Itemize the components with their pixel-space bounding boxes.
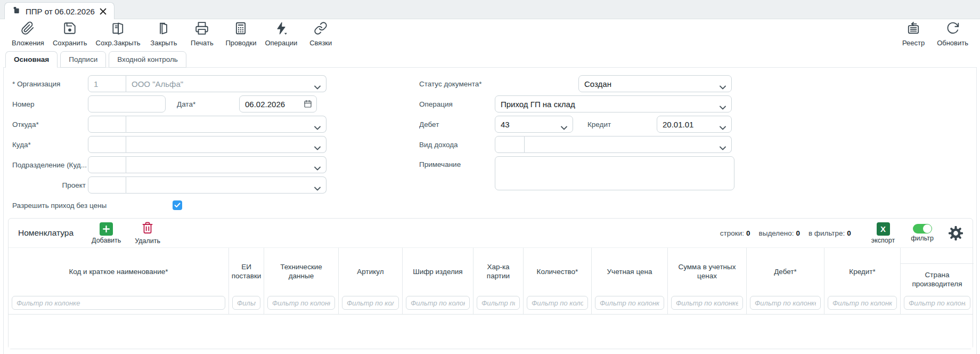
note-textarea[interactable] bbox=[495, 156, 734, 190]
column-filter-input[interactable] bbox=[12, 296, 225, 310]
organization-code-field[interactable]: 1 bbox=[88, 75, 126, 92]
column-header-4[interactable]: Артикул bbox=[339, 248, 403, 314]
toolbar-item-label: Проводки bbox=[225, 39, 256, 47]
from-select[interactable] bbox=[126, 116, 326, 133]
document-tab[interactable]: ППР от 06.02.2026 bbox=[4, 2, 115, 20]
toolbar-item-label: Печать bbox=[191, 39, 214, 47]
save-icon bbox=[63, 21, 77, 37]
note-row: Примечание bbox=[419, 156, 739, 190]
add-row-label: Добавить bbox=[92, 237, 121, 244]
allow-no-price-row: Разрешить приход без цены bbox=[12, 200, 329, 211]
close-button[interactable]: Закрыть bbox=[144, 20, 183, 48]
save-close-button[interactable]: Сохр.Закрыть bbox=[92, 20, 145, 48]
income-type-select[interactable] bbox=[525, 136, 732, 153]
delete-row-button[interactable]: Удалить bbox=[135, 221, 160, 245]
tab-signatures[interactable]: Подписи bbox=[60, 51, 106, 68]
column-label: Сумма в учетных ценах bbox=[668, 248, 746, 296]
filter-toggle[interactable] bbox=[913, 224, 932, 234]
division-row: Подразделение (Куд... bbox=[12, 156, 329, 173]
column-filter-input[interactable] bbox=[527, 296, 588, 310]
income-type-code-field[interactable] bbox=[495, 136, 525, 153]
from-code-field[interactable] bbox=[88, 116, 126, 133]
column-filter-input[interactable] bbox=[828, 296, 897, 310]
application-window: ППР от 06.02.2026 Вложения Сохранить Сох… bbox=[0, 0, 980, 354]
project-code-field[interactable] bbox=[88, 176, 126, 194]
column-filter-input[interactable] bbox=[406, 296, 470, 310]
status-row: Статус документа* Создан bbox=[419, 75, 739, 92]
credit-value: 20.01.01 bbox=[663, 120, 693, 129]
column-header-11[interactable]: Кредит* bbox=[824, 248, 901, 314]
save-button[interactable]: Сохранить bbox=[48, 20, 92, 48]
allow-no-price-checkbox[interactable] bbox=[173, 200, 182, 210]
division-code-field[interactable] bbox=[88, 156, 126, 173]
debit-select[interactable]: 43 bbox=[495, 116, 573, 133]
column-header-3[interactable]: Технические данные bbox=[264, 248, 339, 314]
column-filter-input[interactable] bbox=[267, 296, 335, 310]
form-right-column: Статус документа* Создан Операция Приход… bbox=[419, 75, 739, 194]
to-select[interactable] bbox=[126, 136, 326, 153]
operation-select[interactable]: Приход ГП на склад bbox=[495, 95, 732, 112]
tab-content-panel: * Организация 1 ООО "Альфа" Номер Дата* … bbox=[3, 67, 977, 354]
income-type-label: Вид дохода bbox=[419, 141, 495, 149]
debit-label: Дебет bbox=[419, 120, 495, 128]
registry-icon bbox=[907, 21, 920, 37]
tab-input-control[interactable]: Входной контроль bbox=[109, 51, 186, 68]
column-header-10[interactable]: Дебет* bbox=[747, 248, 824, 314]
lightning-icon bbox=[274, 21, 288, 37]
attachments-button[interactable]: Вложения bbox=[7, 20, 48, 48]
gear-icon[interactable] bbox=[949, 226, 963, 240]
column-header-6[interactable]: Хар-ка партии bbox=[473, 248, 524, 314]
column-header-9[interactable]: Сумма в учетных ценах bbox=[668, 248, 747, 314]
refresh-button[interactable]: Обновить bbox=[933, 20, 973, 48]
table-body[interactable] bbox=[9, 315, 973, 349]
document-tab-title: ППР от 06.02.2026 bbox=[26, 7, 95, 16]
organization-select[interactable]: ООО "Альфа" bbox=[126, 75, 326, 92]
tab-main[interactable]: Основная bbox=[5, 51, 58, 68]
to-row: Куда* bbox=[12, 136, 329, 153]
column-header-2[interactable]: ЕИ поставки bbox=[229, 248, 264, 314]
to-code-field[interactable] bbox=[88, 136, 126, 153]
column-filter-input[interactable] bbox=[595, 296, 664, 310]
filter-toggle-button[interactable]: фильтр bbox=[911, 224, 934, 242]
column-label: Код и краткое наименование* bbox=[9, 248, 228, 296]
add-row-button[interactable]: Добавить bbox=[92, 222, 121, 244]
selected-counter: выделено:0 bbox=[759, 229, 800, 237]
operations-button[interactable]: Операции bbox=[260, 20, 301, 48]
column-header-7[interactable]: Количество* bbox=[524, 248, 592, 314]
chevron-down-icon bbox=[561, 123, 567, 132]
postings-button[interactable]: Проводки bbox=[221, 20, 260, 48]
export-button[interactable]: X экспорт bbox=[871, 222, 895, 244]
column-label: Технические данные bbox=[264, 248, 338, 296]
column-filter-input[interactable] bbox=[342, 296, 399, 310]
chevron-down-icon bbox=[314, 123, 321, 132]
status-select[interactable]: Создан bbox=[578, 75, 732, 92]
column-header-8[interactable]: Учетная цена bbox=[592, 248, 668, 314]
division-select[interactable] bbox=[126, 156, 326, 173]
toolbar-item-label: Сохранить bbox=[53, 39, 87, 47]
credit-select[interactable]: 20.01.01 bbox=[657, 116, 732, 133]
column-filter-input[interactable] bbox=[477, 296, 520, 310]
document-tab-strip: ППР от 06.02.2026 bbox=[0, 0, 980, 19]
date-input[interactable] bbox=[239, 95, 317, 112]
from-row: Откуда* bbox=[12, 116, 329, 133]
column-filter-input[interactable] bbox=[750, 296, 821, 310]
number-input[interactable] bbox=[88, 95, 166, 112]
links-button[interactable]: Связки bbox=[301, 20, 340, 48]
table-counters: строки:0 выделено:0 в фильтре:0 bbox=[720, 229, 851, 237]
toolbar-item-label: Закрыть bbox=[150, 39, 177, 47]
debit-value: 43 bbox=[501, 120, 510, 129]
column-label: Хар-ка партии bbox=[473, 248, 523, 296]
column-filter-input[interactable] bbox=[904, 296, 970, 310]
project-select[interactable] bbox=[126, 176, 326, 194]
column-header-12[interactable]: Страна производителя bbox=[901, 248, 974, 314]
column-header-1[interactable]: Код и краткое наименование* bbox=[9, 248, 229, 314]
column-filter-input[interactable] bbox=[232, 296, 260, 310]
column-header-5[interactable]: Шифр изделия bbox=[403, 248, 473, 314]
printer-icon bbox=[195, 21, 209, 37]
organization-row: * Организация 1 ООО "Альфа" bbox=[12, 75, 329, 92]
registry-button[interactable]: Реестр bbox=[894, 20, 933, 48]
paperclip-icon bbox=[21, 21, 35, 37]
print-button[interactable]: Печать bbox=[183, 20, 221, 48]
column-filter-input[interactable] bbox=[671, 296, 743, 310]
close-tab-icon[interactable] bbox=[100, 8, 107, 15]
